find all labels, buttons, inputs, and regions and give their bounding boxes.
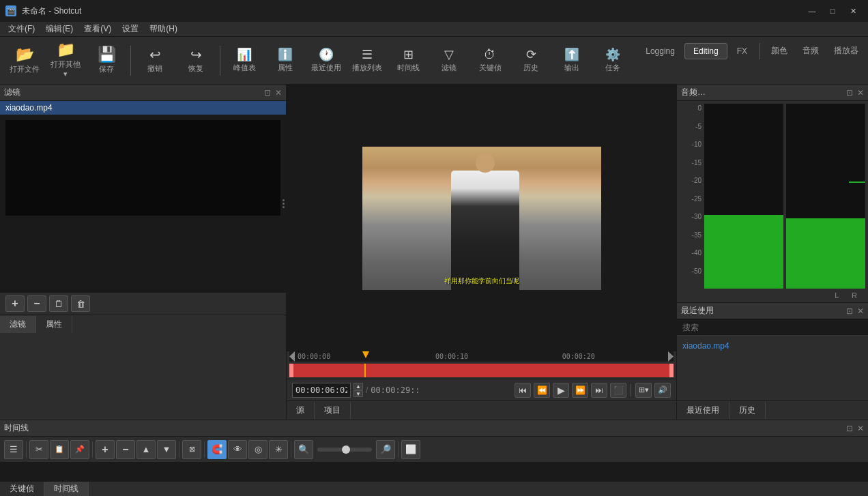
menu-settings[interactable]: 设置	[117, 22, 144, 36]
filter-button[interactable]: ▽ 滤镜	[430, 40, 468, 81]
zoom-slider[interactable]	[317, 448, 372, 452]
open-file-button[interactable]: 📂 打开文件	[5, 40, 44, 81]
filter-close-icon[interactable]: ✕	[275, 88, 282, 98]
scrub-track[interactable]	[289, 364, 674, 377]
tl-clipboard-button[interactable]: 📌	[70, 440, 89, 459]
tab-source[interactable]: 源	[287, 402, 315, 419]
video-frame: 祥用那你能学前向们当呢	[362, 147, 601, 290]
tl-zoom-out-button[interactable]: 🔍	[294, 440, 313, 459]
task-button[interactable]: ⚙️ 任务	[594, 40, 632, 81]
keyframe-button[interactable]: ⏱ 关键侦	[471, 40, 509, 81]
undo-button[interactable]: ↩ 撤销	[136, 40, 174, 81]
timeline-float-icon[interactable]: ⊡	[846, 424, 853, 433]
tl-snap-button[interactable]: 🧲	[207, 440, 227, 459]
history-button[interactable]: ⟳ 历史	[512, 40, 550, 81]
mode-tab-editing[interactable]: Editing	[684, 43, 727, 59]
audio-close-icon[interactable]: ✕	[857, 88, 864, 98]
tl-zoom-in-button[interactable]: 🔎	[376, 440, 395, 459]
filter-remove-button[interactable]: −	[27, 295, 46, 312]
scrub-left-arrow[interactable]	[289, 351, 295, 362]
timeline-close-icon[interactable]: ✕	[857, 424, 864, 433]
audio-float-icon[interactable]: ⊡	[846, 88, 853, 98]
tl-ripple-button[interactable]: ◎	[248, 440, 267, 459]
recent-float-icon[interactable]: ⊡	[846, 306, 853, 316]
undo-label: 撤销	[147, 64, 162, 73]
tl-copy-button[interactable]: 📋	[50, 440, 69, 459]
timeline-button[interactable]: ⊞ 时间线	[389, 40, 427, 81]
stop-button[interactable]: ⬛	[610, 383, 626, 398]
time-up-button[interactable]: ▲	[353, 383, 363, 390]
tab-timeline-bottom[interactable]: 时间线	[44, 482, 89, 497]
filter-clip-item[interactable]: xiaodao.mp4	[0, 101, 286, 115]
minimize-button[interactable]: —	[802, 4, 822, 18]
filter-copy-button[interactable]: 🗒	[49, 295, 68, 312]
tab-project[interactable]: 项目	[315, 402, 351, 419]
tl-menu-button[interactable]: ☰	[4, 440, 23, 459]
time-down-button[interactable]: ▼	[353, 390, 363, 397]
recent-icon: 🕐	[319, 48, 334, 61]
tab-recent-used[interactable]: 最近使用	[677, 402, 729, 419]
tab-history[interactable]: 历史	[729, 402, 766, 419]
app-window: 🎬 未命名 - Shotcut — □ ✕ 文件(F) 编辑(E) 查看(V) …	[0, 0, 868, 496]
mode-label-color[interactable]: 颜色	[764, 42, 794, 59]
mode-label-audio[interactable]: 音频	[796, 42, 826, 59]
playlist-button[interactable]: ☰ 播放列表	[348, 40, 386, 81]
go-start-button[interactable]: ⏮	[515, 383, 531, 398]
open-file-label: 打开文件	[10, 65, 40, 74]
tab-filters[interactable]: 滤镜	[0, 316, 36, 333]
zoom-slider-thumb[interactable]	[342, 446, 350, 454]
filter-paste-button[interactable]: 🗑	[71, 295, 90, 312]
audio-left-bar-fill	[704, 215, 783, 289]
tl-sep-4	[204, 441, 205, 458]
recent-search-input[interactable]	[677, 319, 868, 336]
volume-button[interactable]: 🔊	[654, 383, 671, 398]
recent-file-item[interactable]: xiaodao.mp4	[680, 338, 865, 353]
recent-button[interactable]: 🕐 最近使用	[307, 40, 345, 81]
timeline-ruler[interactable]: 00:00:00 00:00:10 00:00:20	[289, 351, 674, 362]
maximize-button[interactable]: □	[823, 4, 842, 18]
menu-file[interactable]: 文件(F)	[3, 22, 40, 36]
filter-float-icon[interactable]: ⊡	[264, 88, 271, 98]
recent-close-icon[interactable]: ✕	[857, 306, 864, 316]
tl-overwrite-button[interactable]: ▼	[157, 440, 176, 459]
export-button[interactable]: ⬆️ 输出	[553, 40, 591, 81]
tl-sep-5	[291, 441, 291, 458]
mode-label-player[interactable]: 播放器	[827, 42, 865, 59]
scrub-right-arrow[interactable]	[668, 351, 674, 362]
mode-tab-logging[interactable]: Logging	[637, 44, 683, 59]
tl-add-button[interactable]: +	[96, 440, 115, 459]
go-end-button[interactable]: ⏭	[591, 383, 607, 398]
grid-button[interactable]: ⊞▾	[635, 383, 652, 398]
open-other-button[interactable]: 📁 打开其他▾	[46, 40, 85, 81]
peak-button[interactable]: 📊 峰值表	[225, 40, 263, 81]
tl-split-button[interactable]: ⊠	[182, 440, 201, 459]
properties-button[interactable]: ℹ️ 属性	[266, 40, 304, 81]
save-button[interactable]: 💾 保存	[87, 40, 126, 81]
scrub-right-handle[interactable]	[669, 364, 674, 377]
redo-button[interactable]: ↪ 恢复	[177, 40, 215, 81]
tab-keyframe-bottom[interactable]: 关键侦	[0, 482, 44, 497]
filter-add-button[interactable]: +	[5, 295, 25, 312]
audio-bars-area	[704, 104, 865, 289]
rewind-button[interactable]: ⏪	[534, 383, 550, 398]
tl-ripple-eye-button[interactable]: 👁	[228, 440, 247, 459]
scrub-left-handle[interactable]	[289, 364, 293, 377]
tl-remove-button[interactable]: −	[116, 440, 135, 459]
menu-edit[interactable]: 编辑(E)	[40, 22, 78, 36]
scale-50: -50	[680, 268, 701, 275]
current-time-input[interactable]	[292, 383, 351, 398]
tl-cut-button[interactable]: ✂	[29, 440, 48, 459]
menu-help[interactable]: 帮助(H)	[144, 22, 183, 36]
close-button[interactable]: ✕	[843, 4, 863, 18]
tl-sep-2	[92, 441, 93, 458]
tl-lift-button[interactable]: ▲	[136, 440, 156, 459]
tl-fit-button[interactable]: ⬜	[401, 440, 420, 459]
open-file-icon: 📂	[16, 47, 34, 62]
menu-view[interactable]: 查看(V)	[78, 22, 117, 36]
fast-forward-button[interactable]: ⏩	[572, 383, 588, 398]
tab-properties[interactable]: 属性	[36, 316, 72, 333]
scale-20: -20	[680, 177, 701, 184]
mode-tab-fx[interactable]: FX	[729, 44, 755, 59]
play-button[interactable]: ▶	[553, 383, 569, 398]
tl-ripple-all-button[interactable]: ✳	[269, 440, 288, 459]
